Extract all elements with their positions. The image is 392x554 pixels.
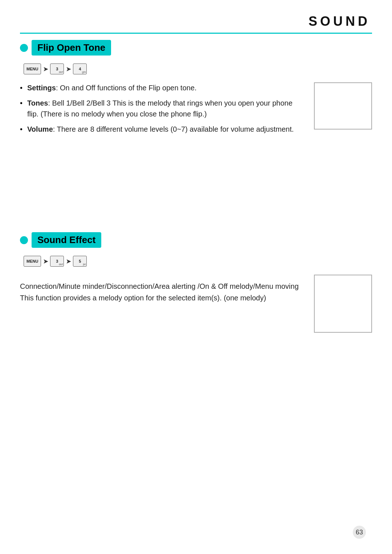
section1-header: Flip Open Tone: [20, 40, 372, 56]
section1-nav-sequence: MENU ➤ 3 def ➤ 4 ghi: [24, 63, 372, 74]
bullet-tones-text: : Bell 1/Bell 2/Bell 3 This is the melod…: [27, 99, 293, 118]
key2-3-sub: def: [59, 263, 63, 266]
section2-title-box: Sound Effect: [32, 232, 101, 248]
bullet-tones-bold: Tones: [27, 99, 48, 107]
menu2-key-label: MENU: [26, 259, 38, 263]
section-sound-effect: Sound Effect MENU ➤ 3 def ➤ 5 jkl Connec…: [20, 232, 372, 333]
top-divider: [20, 33, 372, 34]
bullet-volume-text: : There are 8 different volume levels (0…: [53, 125, 294, 133]
section1-dot: [20, 44, 28, 52]
key4-sub: ghi: [82, 70, 86, 74]
section2-content-row: Connection/Minute minder/Disconnection/A…: [20, 275, 372, 333]
menu-key-label: MENU: [26, 67, 38, 71]
nav-key-4ghi: 4 ghi: [73, 63, 87, 74]
key2-5-label: 5: [79, 259, 81, 263]
key2-3-label: 3: [56, 259, 58, 263]
section1-image: [314, 82, 372, 130]
page-number: 63: [353, 526, 366, 539]
bullet-settings-bold: Settings: [27, 84, 56, 92]
key3-sub: def: [59, 70, 63, 74]
nav-key-3def: 3 def: [50, 63, 64, 74]
nav-arrow-1: ➤: [43, 66, 48, 73]
bullet-volume: Volume: There are 8 different volume lev…: [20, 124, 303, 135]
nav-arrow-2: ➤: [66, 66, 71, 73]
section2-title: Sound Effect: [37, 234, 95, 245]
section2-nav-sequence: MENU ➤ 3 def ➤ 5 jkl: [24, 256, 372, 267]
section-flip-open-tone: Flip Open Tone MENU ➤ 3 def ➤ 4 ghi Sett…: [20, 40, 372, 139]
section2-image: [314, 275, 372, 333]
bullet-volume-bold: Volume: [27, 125, 53, 133]
section2-dot: [20, 236, 28, 244]
bullet-tones: Tones: Bell 1/Bell 2/Bell 3 This is the …: [20, 98, 303, 119]
nav2-arrow-1: ➤: [43, 258, 48, 265]
bullet-settings-text: : On and Off functions of the Flip open …: [56, 84, 197, 92]
key4-label: 4: [79, 67, 81, 71]
section2-description: Connection/Minute minder/Disconnection/A…: [20, 280, 303, 304]
section2-header: Sound Effect: [20, 232, 372, 248]
section1-bullet-list: Settings: On and Off functions of the Fl…: [20, 82, 303, 135]
nav2-key-3def: 3 def: [50, 256, 64, 267]
page-title: SOUND: [309, 14, 370, 29]
section1-title-box: Flip Open Tone: [32, 40, 111, 56]
nav2-key-5jkl: 5 jkl: [73, 256, 87, 267]
bullet-settings: Settings: On and Off functions of the Fl…: [20, 82, 303, 93]
key3-label: 3: [56, 67, 58, 71]
section1-text: Settings: On and Off functions of the Fl…: [20, 82, 303, 139]
nav-key-menu: MENU: [24, 63, 41, 74]
key2-5-sub: jkl: [83, 263, 86, 266]
nav2-key-menu: MENU: [24, 256, 41, 267]
section1-content-row: Settings: On and Off functions of the Fl…: [20, 82, 372, 139]
nav2-arrow-2: ➤: [66, 258, 71, 265]
section1-title: Flip Open Tone: [37, 42, 105, 53]
